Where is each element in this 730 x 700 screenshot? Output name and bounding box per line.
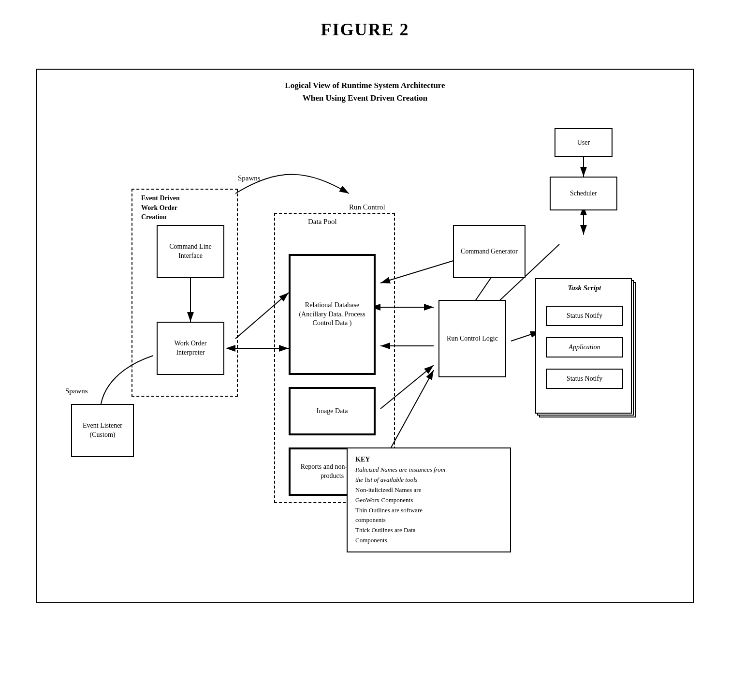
relational-database-box: Relational Database (Ancillary Data, Pro… xyxy=(289,254,376,375)
key-line8: Components xyxy=(355,536,502,546)
status-notify-2-box: Status Notify xyxy=(546,369,623,389)
diagram-outer: Logical View of Runtime System Architect… xyxy=(36,69,694,603)
key-line7: Thick Outlines are Data xyxy=(355,525,502,536)
application-box: Application xyxy=(546,337,623,357)
key-line3: Non-italicizedl Names are xyxy=(355,485,502,495)
task-script-label: Task Script xyxy=(536,284,633,292)
key-box: KEY Italicized Names are instances from … xyxy=(347,447,511,552)
key-line6: components xyxy=(355,515,502,525)
key-line5: Thin Outlines are software xyxy=(355,506,502,516)
event-driven-label: Event Driven Work Order Creation xyxy=(141,194,180,222)
status-notify-1-box: Status Notify xyxy=(546,306,623,326)
run-control-label: Run Control xyxy=(349,203,385,211)
key-title: KEY xyxy=(355,454,502,465)
key-line2: the list of available tools xyxy=(355,475,502,485)
spawns-top-label: Spawns xyxy=(238,174,261,182)
run-control-logic-box: Run Control Logic xyxy=(438,300,506,377)
user-box: User xyxy=(555,128,613,157)
data-pool-label: Data Pool xyxy=(308,218,337,226)
key-line1: Italicized Names are instances from xyxy=(355,465,502,475)
image-data-box: Image Data xyxy=(289,387,376,435)
command-generator-box: Command Generator xyxy=(453,225,526,278)
cli-box: Command Line Interface xyxy=(157,225,224,278)
task-script-front: Task Script Status Notify Application St… xyxy=(535,278,632,414)
diagram-content: Spawns Spawns User Scheduler Run Control… xyxy=(47,119,683,593)
figure-title: FIGURE 2 xyxy=(321,19,409,40)
key-line4: GeoWorx Components xyxy=(355,495,502,506)
work-order-interpreter-box: Work Order Interpreter xyxy=(157,322,224,375)
spawns-left-label: Spawns xyxy=(65,387,88,395)
event-listener-box: Event Listener (Custom) xyxy=(71,404,134,457)
scheduler-box: Scheduler xyxy=(550,177,617,210)
diagram-title: Logical View of Runtime System Architect… xyxy=(47,79,683,104)
